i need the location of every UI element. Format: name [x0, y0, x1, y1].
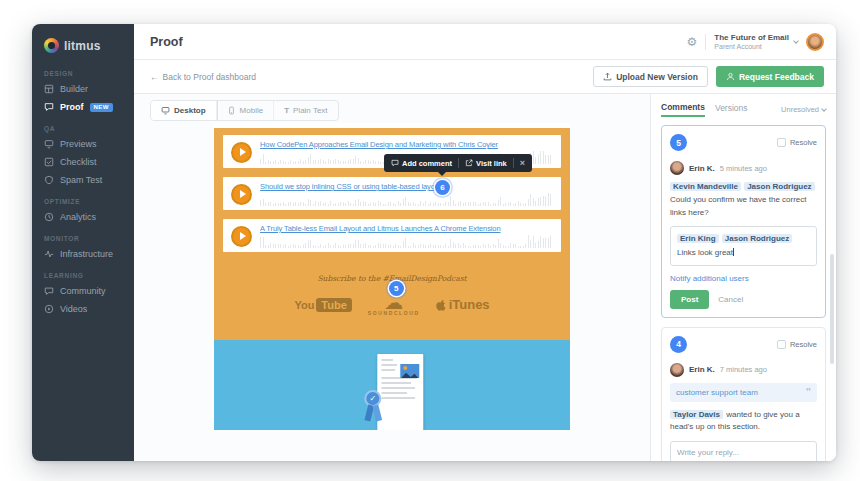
tab-versions[interactable]: Versions: [715, 103, 748, 116]
episode-link[interactable]: Should we stop inlining CSS or using tab…: [260, 182, 553, 191]
comment-tooltip: Add comment Visit link ×: [384, 154, 532, 172]
chevron-down-icon: [821, 106, 827, 112]
sidebar-item-label: Checklist: [60, 157, 97, 167]
youtube-logo[interactable]: You Tube: [294, 298, 351, 312]
account-type: Parent Account: [714, 43, 789, 50]
soundcloud-logo[interactable]: ☁ SOUNDCLOUD: [368, 293, 420, 316]
illustration-image: [400, 364, 419, 378]
checklist-icon: [44, 157, 54, 167]
tab-mobile[interactable]: Mobile: [217, 101, 275, 120]
sidebar-item-community[interactable]: Community: [32, 282, 134, 300]
comments-list: 5 Resolve Erin K. 5 minutes ago: [651, 122, 836, 461]
tab-label: Desktop: [174, 106, 206, 115]
text-cursor: [733, 248, 734, 256]
new-badge: NEW: [90, 103, 113, 112]
comment-pin-5[interactable]: 5: [389, 281, 404, 296]
sidebar-item-proof[interactable]: Proof NEW: [32, 98, 134, 116]
sidebar-item-infrastructure[interactable]: Infrastructure: [32, 245, 134, 263]
mention-chip[interactable]: Jason Rodriguez: [744, 182, 814, 191]
thread-pin[interactable]: 4: [670, 336, 687, 353]
tab-comments[interactable]: Comments: [661, 102, 705, 117]
quote-text: customer support team: [676, 388, 758, 397]
infrastructure-icon: [44, 249, 54, 259]
sidebar-item-spam-test[interactable]: Spam Test: [32, 171, 134, 189]
thread-pin[interactable]: 5: [670, 134, 687, 151]
account-switcher[interactable]: The Future of Email Parent Account: [714, 33, 798, 50]
request-feedback-button[interactable]: Request Feedback: [716, 66, 824, 87]
sidebar-item-builder[interactable]: Builder: [32, 80, 134, 98]
quoted-snippet: customer support team ”: [670, 383, 817, 402]
person-icon: [726, 72, 735, 81]
main-area: Proof ⚙ The Future of Email Parent Accou…: [134, 24, 836, 461]
tab-label: Plain Text: [293, 106, 328, 115]
play-icon[interactable]: [231, 142, 252, 163]
scrollbar-thumb[interactable]: [830, 254, 834, 364]
close-icon[interactable]: ×: [520, 158, 525, 168]
timestamp: 7 minutes ago: [720, 365, 767, 374]
cancel-button[interactable]: Cancel: [718, 295, 743, 304]
filter-label: Unresolved: [781, 105, 819, 114]
reply-editor[interactable]: Erin King Jason Rodriguez Links look gre…: [670, 226, 817, 265]
episode-row: Should we stop inlining CSS or using tab…: [223, 177, 561, 210]
resolve-checkbox[interactable]: [777, 340, 786, 349]
mention-chip[interactable]: Jason Rodriguez: [722, 234, 792, 243]
builder-icon: [44, 84, 54, 94]
plain-text-icon: T: [284, 106, 289, 115]
sidebar-item-label: Proof: [60, 102, 84, 112]
proof-icon: [44, 102, 54, 112]
settings-icon[interactable]: ⚙: [687, 36, 698, 48]
chevron-down-icon: [793, 38, 799, 44]
back-to-dashboard-link[interactable]: ← Back to Proof dashboard: [150, 72, 256, 82]
litmus-logo-icon: [44, 38, 59, 53]
play-icon[interactable]: [231, 226, 252, 247]
avatar: [670, 363, 684, 377]
sidebar-item-videos[interactable]: Videos: [32, 300, 134, 318]
visit-link-label: Visit link: [476, 159, 507, 168]
soundcloud-text: SOUNDCLOUD: [368, 311, 420, 316]
upload-icon: [603, 72, 612, 81]
sidebar-item-analytics[interactable]: Analytics: [32, 208, 134, 226]
timestamp: 5 minutes ago: [720, 164, 767, 173]
videos-icon: [44, 304, 54, 314]
previews-icon: [44, 139, 54, 149]
mention-chip[interactable]: Kevin Mandeville: [670, 182, 741, 191]
avatar: [670, 161, 684, 175]
mention-chip[interactable]: Taylor Davis: [670, 410, 723, 419]
episode-row: A Truly Table-less Email Layout and Litm…: [223, 219, 561, 252]
sidebar-item-label: Analytics: [60, 212, 96, 222]
request-button-label: Request Feedback: [739, 72, 814, 82]
tooltip-divider: [458, 158, 459, 168]
upload-new-version-button[interactable]: Upload New Version: [593, 66, 708, 87]
tab-desktop[interactable]: Desktop: [151, 101, 217, 120]
visit-link-button[interactable]: Visit link: [465, 159, 507, 168]
play-icon[interactable]: [231, 184, 252, 205]
top-header: Proof ⚙ The Future of Email Parent Accou…: [134, 24, 836, 60]
add-comment-label: Add comment: [402, 159, 452, 168]
comment-thread: 4 Resolve Erin K. 7 minutes ago: [661, 327, 826, 461]
notify-additional-users-link[interactable]: Notify additional users: [670, 274, 817, 283]
post-button[interactable]: Post: [670, 290, 709, 309]
episode-link[interactable]: How CodePen Approaches Email Design and …: [260, 140, 553, 149]
episode-link[interactable]: A Truly Table-less Email Layout and Litm…: [260, 224, 553, 233]
user-avatar[interactable]: [806, 33, 824, 51]
itunes-logo[interactable]: iTunes: [436, 297, 490, 312]
litmus-logo[interactable]: litmus: [32, 34, 134, 61]
resolve-checkbox[interactable]: [777, 138, 786, 147]
email-footer-section: ✓: [214, 340, 570, 430]
sidebar-item-checklist[interactable]: Checklist: [32, 153, 134, 171]
tab-plain-text[interactable]: T Plain Text: [274, 101, 337, 120]
resolve-label: Resolve: [790, 340, 817, 349]
itunes-text: iTunes: [449, 297, 490, 312]
tab-label: Mobile: [240, 106, 264, 115]
filter-dropdown[interactable]: Unresolved: [781, 105, 826, 114]
author-name: Erin K.: [689, 365, 715, 374]
reply-input[interactable]: [670, 441, 817, 461]
add-comment-button[interactable]: Add comment: [391, 159, 452, 168]
comment-pin-6[interactable]: 6: [435, 180, 450, 195]
sidebar-item-previews[interactable]: Previews: [32, 135, 134, 153]
sidebar-item-label: Previews: [60, 139, 97, 149]
mention-chip[interactable]: Erin King: [677, 234, 719, 243]
audio-waveform: [260, 193, 553, 206]
comments-panel-tabs: Comments Versions Unresolved: [651, 94, 836, 122]
comment-body-text: Could you confirm we have the correct li…: [670, 195, 807, 217]
